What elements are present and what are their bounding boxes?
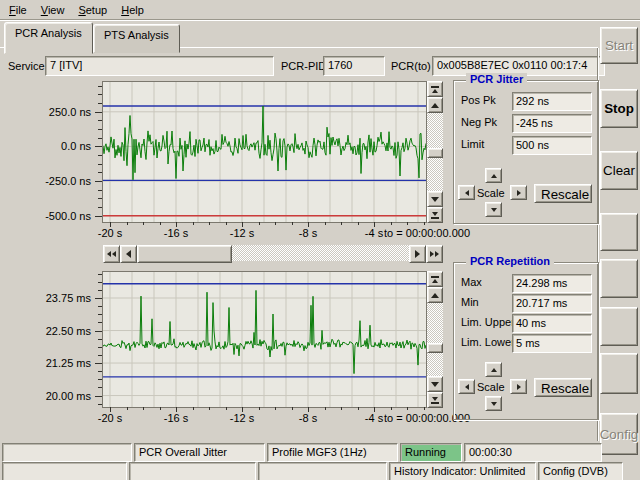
repetition-scale-left-button[interactable] [458, 379, 475, 394]
repetition-rescale-button[interactable]: Rescale [534, 378, 592, 397]
jitter-scale-track[interactable] [427, 113, 443, 191]
arrow-up-icon [432, 89, 438, 93]
x-tick-label: -12 s [230, 227, 254, 239]
repetition-row-lim-upper: Lim. Upper40 ms [454, 314, 598, 331]
y-tick-label: -250.0 ns [45, 175, 91, 187]
jitter-scale-page-up-button[interactable] [427, 81, 443, 97]
x-tick [325, 222, 326, 225]
menu-setup[interactable]: Setup [71, 2, 114, 18]
spare-button-3[interactable] [600, 213, 638, 251]
arrow-down-icon [491, 208, 497, 212]
repetition-min-field[interactable]: 20.717 ms [512, 294, 592, 313]
status-bar-secondary: History Indicator: UnlimitedConfig (DVB) [2, 462, 625, 480]
x-tick [358, 407, 359, 410]
y-tick-label: 250.0 ns [49, 106, 91, 118]
x-tick [143, 222, 144, 225]
arrow-left-icon [465, 384, 469, 390]
repetition-lim-lower-field[interactable]: 5 ms [512, 334, 592, 353]
x-tick-label: -8 s [299, 227, 317, 239]
stop-button[interactable]: Stop [600, 89, 638, 128]
scroll-left-button[interactable] [120, 245, 137, 263]
x-tick [259, 407, 260, 410]
repetition-scale-right-button[interactable] [510, 379, 527, 394]
jitter-scale-page-down-button[interactable] [427, 207, 443, 223]
x-tick [209, 407, 210, 410]
jitter-scale-scrollbar[interactable] [427, 81, 443, 223]
repetition-lim-upper-field[interactable]: 40 ms [512, 314, 592, 333]
arrow-up-icon [491, 174, 497, 178]
pcr-pid-field[interactable]: 1760 [323, 56, 385, 76]
tab-strip: PCR AnalysisPTS Analysis [0, 22, 598, 48]
jitter-scale-left-button[interactable] [458, 185, 475, 200]
arrow-left-icon [107, 251, 111, 257]
scroll-far-right-button[interactable] [426, 245, 443, 263]
y-tick-label: 21.25 ms [46, 357, 91, 369]
repetition-scale-page-up-button[interactable] [427, 271, 443, 287]
menu-file[interactable]: File [2, 2, 34, 18]
x-tick [341, 222, 342, 225]
arrow-down-icon [432, 212, 438, 216]
jitter-rescale-button[interactable]: Rescale [534, 184, 592, 203]
spare-button-4[interactable] [600, 259, 638, 298]
jitter-limit-field[interactable]: 500 ns [512, 136, 592, 155]
repetition-scale-up-button[interactable] [485, 362, 502, 377]
x-tick [341, 407, 342, 410]
repetition-scale-thumb[interactable] [427, 343, 443, 353]
clear-button[interactable]: Clear [600, 151, 638, 190]
jitter-scale-thumb[interactable] [427, 148, 443, 158]
repetition-scale-down-button[interactable] [485, 396, 502, 411]
arrow-left-icon [465, 190, 469, 196]
repetition-scale-down-button[interactable] [427, 376, 443, 392]
jitter-scale-up-button[interactable] [427, 97, 443, 113]
jitter-row-pos-pk: Pos Pk292 ns [454, 92, 598, 109]
arrow-up-icon [432, 279, 438, 283]
x-tick [127, 407, 128, 410]
repetition-scale-scrollbar[interactable] [427, 271, 443, 408]
jitter-scale-right-button[interactable] [510, 185, 527, 200]
scroll-right-button[interactable] [409, 245, 426, 263]
arrow-right-icon [430, 251, 434, 257]
repetition-scale-track[interactable] [427, 303, 443, 376]
x-tick [407, 407, 408, 410]
jitter-pos-pk-field[interactable]: 292 ns [512, 92, 592, 111]
x-tick-label: -20 s [98, 412, 122, 424]
y-tick-label: -500.0 ns [45, 210, 91, 222]
x-tick [143, 407, 144, 410]
jitter-scale-down-button[interactable] [427, 191, 443, 207]
tab-pts-analysis[interactable]: PTS Analysis [93, 24, 180, 53]
repetition-y-axis-labels: 23.75 ms22.50 ms21.25 ms20.00 ms [30, 272, 93, 407]
y-tick-label: 22.50 ms [46, 325, 91, 337]
y-tick [95, 331, 102, 332]
jitter-plot [103, 82, 426, 222]
time-scrollbar[interactable] [103, 245, 443, 261]
service-field[interactable]: 7 [ITV] [45, 56, 274, 76]
menu-view[interactable]: View [34, 2, 72, 18]
arrow-right-icon [435, 251, 439, 257]
time-scroll-track[interactable] [232, 245, 409, 261]
repetition-scale-up-button[interactable] [427, 287, 443, 303]
row-label: Lim. Upper [461, 316, 515, 328]
repetition-plot-frame [102, 271, 427, 408]
menu-help[interactable]: Help [114, 2, 151, 18]
arrow-right-icon [415, 250, 420, 258]
repetition-scale-page-down-button[interactable] [427, 392, 443, 408]
y-tick [95, 181, 102, 182]
x-tick [160, 407, 161, 410]
tab-pcr-analysis[interactable]: PCR Analysis [4, 22, 93, 54]
row-label: Limit [461, 138, 484, 150]
x-tick [391, 407, 392, 410]
pcr-repetition-panel-title: PCR Repetition [466, 255, 554, 267]
jitter-scale-down-button[interactable] [485, 202, 502, 217]
spare-button-5[interactable] [600, 307, 638, 346]
jitter-neg-pk-field[interactable]: -245 ns [512, 114, 592, 133]
jitter-y-axis-ticks [95, 82, 102, 222]
menu-bar: FileViewSetupHelp [0, 0, 640, 20]
spare-button-6[interactable] [600, 353, 638, 394]
time-scroll-thumb[interactable] [137, 245, 232, 263]
x-tick [358, 222, 359, 225]
repetition-max-field[interactable]: 24.298 ms [512, 274, 592, 293]
jitter-scale-up-button[interactable] [485, 168, 502, 183]
service-label: Service [8, 60, 45, 72]
scroll-far-left-button[interactable] [103, 245, 120, 263]
status-cell-00-00-30: 00:00:30 [464, 443, 602, 462]
